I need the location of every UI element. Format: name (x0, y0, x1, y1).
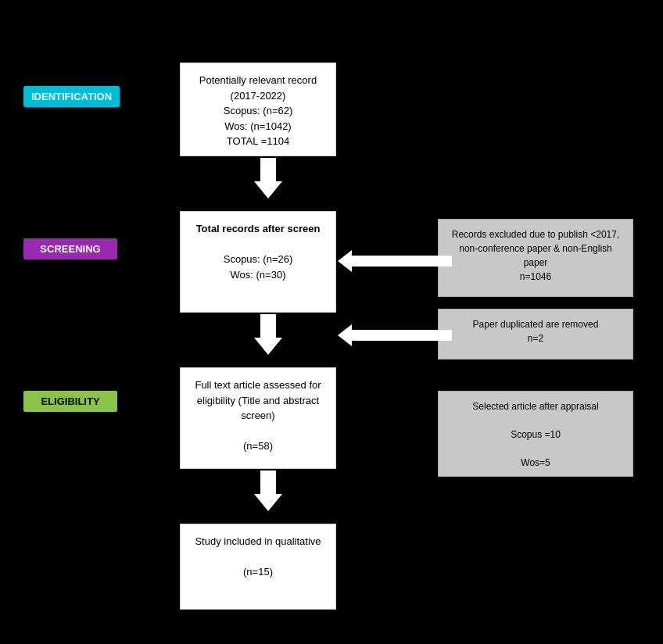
box-eligibility: Full text article assessed for eligibili… (180, 367, 336, 469)
side3-line1: Selected article after appraisal (472, 401, 598, 412)
side1-line2: n=1046 (520, 271, 551, 282)
box1-line2: (2017-2022) (231, 90, 286, 102)
stage-identification-label: IDENTIFICATION (23, 86, 120, 107)
side-box-appraisal: Selected article after appraisal Scopus … (438, 391, 633, 477)
box2-line1: Total records after screen (196, 223, 321, 234)
box3-line3: (n=58) (243, 440, 273, 452)
arrow-side1-to-main (338, 250, 452, 272)
box1-line5: TOTAL =1104 (227, 135, 289, 147)
box-included: Study included in qualitative (n=15) (180, 524, 336, 610)
box3-line1: Full text article assessed for eligibili… (195, 379, 321, 421)
box4-line1: Study included in qualitative (195, 535, 321, 547)
side-box-excluded: Records excluded due to publish <2017, n… (438, 219, 633, 297)
side-box-duplicates: Paper duplicated are removed n=2 (438, 309, 633, 360)
stage-screening-label: SCREENING (23, 238, 117, 259)
side3-line3: Scopus =10 (511, 429, 561, 440)
arrow-1-to-2 (254, 158, 282, 199)
arrow-3-to-4 (254, 470, 282, 511)
stage-eligibility-label: ELIGIBILITY (23, 391, 117, 412)
box1-line1: Potentially relevant record (199, 74, 317, 86)
side1-line1: Records excluded due to publish <2017, n… (452, 229, 619, 268)
side2-line1: Paper duplicated are removed (473, 319, 599, 330)
box-screening: Total records after screen Scopus: (n=26… (180, 211, 336, 313)
box2-line3: Scopus: (n=26) (224, 253, 293, 265)
box1-line4: Wos: (n=1042) (224, 120, 291, 132)
arrow-2-to-3 (254, 314, 282, 355)
side2-line2: n=2 (528, 333, 543, 344)
arrow-side2-to-main (338, 324, 452, 346)
box4-line3: (n=15) (243, 566, 273, 578)
side3-line5: Wos=5 (521, 457, 550, 468)
box-identification: Potentially relevant record (2017-2022) … (180, 63, 336, 156)
box1-line3: Scopus: (n=62) (224, 105, 293, 116)
box2-line4: Wos: (n=30) (231, 269, 286, 281)
